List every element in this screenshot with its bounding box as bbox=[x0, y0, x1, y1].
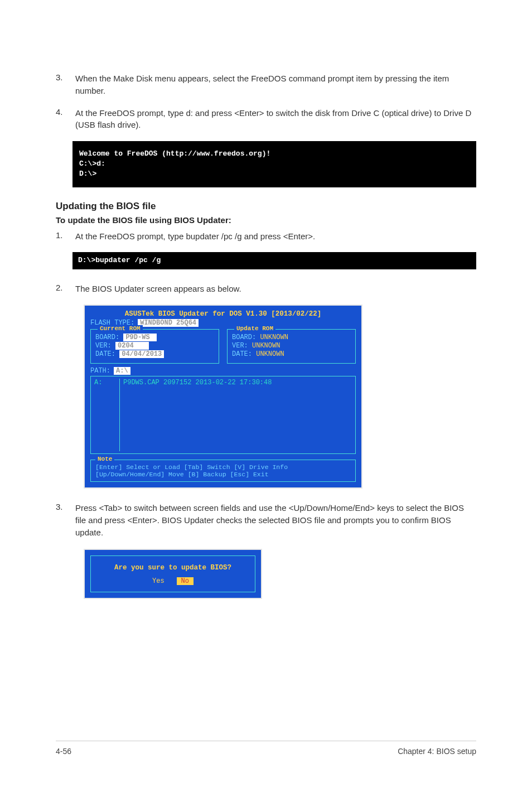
section-heading: Updating the BIOS file bbox=[56, 201, 476, 212]
path-row: PATH: A:\ bbox=[90, 367, 356, 375]
step-number: 3. bbox=[56, 502, 75, 538]
board-label: BOARD: bbox=[232, 334, 256, 341]
chapter-label: Chapter 4: BIOS setup bbox=[398, 747, 476, 756]
step-4: 4. At the FreeDOS prompt, type d: and pr… bbox=[56, 107, 476, 132]
terminal-output-2: D:\>bupdater /pc /g bbox=[72, 252, 476, 269]
note-line-2: [Up/Down/Home/End] Move [B] Backup [Esc]… bbox=[95, 471, 351, 478]
note-legend: Note bbox=[95, 456, 114, 462]
step-number: 4. bbox=[56, 107, 75, 132]
update-rom-box: Update ROM BOARD: UNKNOWN VER: UNKNOWN D… bbox=[227, 329, 356, 364]
date-value: 04/04/2013 bbox=[119, 350, 164, 358]
board-value: P9D-WS bbox=[123, 334, 157, 341]
step-number: 3. bbox=[56, 73, 75, 97]
terminal-output-1: Welcome to FreeDOS (http://www.freedos.o… bbox=[72, 141, 476, 187]
note-line-1: [Enter] Select or Load [Tab] Switch [V] … bbox=[95, 463, 351, 471]
date-label: DATE: bbox=[232, 350, 252, 358]
rom-boxes: Current ROM BOARD: P9D-WS VER: 0204 DATE… bbox=[90, 329, 356, 364]
page-number: 4-56 bbox=[56, 747, 71, 756]
board-value: UNKNOWN bbox=[260, 334, 288, 341]
date-label: DATE: bbox=[95, 350, 115, 358]
no-button[interactable]: No bbox=[177, 577, 194, 585]
yes-button[interactable]: Yes bbox=[152, 577, 165, 585]
confirm-inner: Are you sure to update BIOS? Yes No bbox=[90, 555, 255, 592]
step-3b: 3. Press <Tab> to switch between screen … bbox=[56, 502, 476, 538]
note-box: Note [Enter] Select or Load [Tab] Switch… bbox=[90, 460, 356, 482]
section-subheading: To update the BIOS file using BIOS Updat… bbox=[56, 215, 476, 225]
page-footer: 4-56 Chapter 4: BIOS setup bbox=[56, 741, 476, 756]
step-number: 1. bbox=[56, 230, 75, 243]
step-number: 2. bbox=[56, 283, 75, 295]
ver-label: VER: bbox=[95, 342, 112, 350]
update-rom-legend: Update ROM bbox=[234, 325, 275, 332]
step-2: 2. The BIOS Updater screen appears as be… bbox=[56, 283, 476, 295]
bios-title: ASUSTek BIOS Updater for DOS V1.30 [2013… bbox=[90, 310, 356, 318]
current-rom-box: Current ROM BOARD: P9D-WS VER: 0204 DATE… bbox=[90, 329, 219, 364]
path-value: A:\ bbox=[114, 367, 130, 375]
step-text: The BIOS Updater screen appears as below… bbox=[75, 283, 241, 295]
ver-value: 0204 bbox=[115, 342, 149, 350]
step-3: 3. When the Make Disk menu appears, sele… bbox=[56, 73, 476, 97]
ver-value: UNKNOWN bbox=[252, 342, 280, 350]
confirm-question: Are you sure to update BIOS? bbox=[96, 564, 249, 572]
files-pane[interactable]: P9DWS.CAP 2097152 2013-02-22 17:30:48 bbox=[123, 379, 352, 451]
confirm-dialog: Are you sure to update BIOS? Yes No bbox=[84, 549, 262, 599]
step-text: When the Make Disk menu appears, select … bbox=[75, 73, 476, 97]
ver-label: VER: bbox=[232, 342, 248, 350]
drive-pane[interactable]: A: bbox=[94, 379, 120, 451]
current-rom-legend: Current ROM bbox=[98, 325, 143, 332]
flash-type-value: WINDBOND 25Q64 bbox=[138, 319, 199, 327]
step-text: At the FreeDOS prompt, type bupdater /pc… bbox=[75, 230, 315, 243]
file-list-box[interactable]: A: P9DWS.CAP 2097152 2013-02-22 17:30:48 bbox=[90, 376, 356, 454]
step-text: Press <Tab> to switch between screen fie… bbox=[75, 502, 476, 538]
step-1: 1. At the FreeDOS prompt, type bupdater … bbox=[56, 230, 476, 243]
bios-updater-window: ASUSTek BIOS Updater for DOS V1.30 [2013… bbox=[84, 305, 362, 489]
confirm-buttons: Yes No bbox=[96, 577, 249, 585]
path-label: PATH: bbox=[90, 367, 110, 375]
board-label: BOARD: bbox=[95, 334, 119, 341]
date-value: UNKNOWN bbox=[256, 350, 284, 358]
step-text: At the FreeDOS prompt, type d: and press… bbox=[75, 107, 476, 132]
